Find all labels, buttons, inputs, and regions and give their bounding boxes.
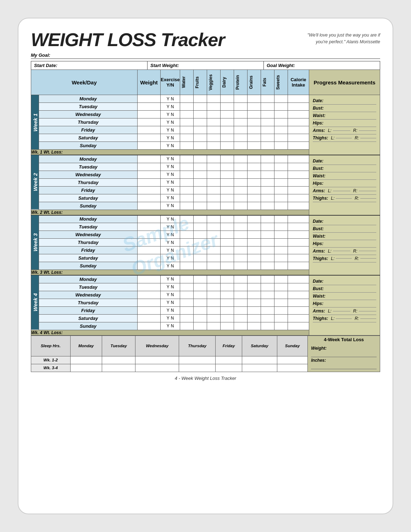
food-2-3-6[interactable] xyxy=(261,171,274,178)
weight-1-4[interactable] xyxy=(138,118,161,126)
food-4-6-1[interactable] xyxy=(194,314,207,322)
food-3-4-2[interactable] xyxy=(207,239,221,246)
weight-4-1[interactable] xyxy=(138,275,161,283)
food-4-4-0[interactable] xyxy=(180,299,194,306)
food-2-7-3[interactable] xyxy=(221,202,234,210)
food-3-7-6[interactable] xyxy=(261,262,274,270)
calorie-1-5[interactable] xyxy=(288,126,309,134)
sleep-wk12-tue[interactable] xyxy=(102,356,135,364)
food-4-5-6[interactable] xyxy=(261,306,274,314)
calorie-1-7[interactable] xyxy=(288,142,309,150)
food-4-7-5[interactable] xyxy=(248,322,261,330)
food-4-4-7[interactable] xyxy=(274,299,288,306)
weight-2-6[interactable] xyxy=(138,194,161,202)
calorie-4-4[interactable] xyxy=(288,299,309,306)
food-2-1-0[interactable] xyxy=(180,155,194,163)
food-3-1-3[interactable] xyxy=(221,215,234,223)
food-3-6-3[interactable] xyxy=(221,254,234,262)
food-2-3-0[interactable] xyxy=(180,171,194,178)
food-3-1-0[interactable] xyxy=(180,215,194,223)
food-2-5-1[interactable] xyxy=(194,186,207,194)
weight-4-2[interactable] xyxy=(138,283,161,291)
food-4-5-2[interactable] xyxy=(207,306,221,314)
food-2-4-7[interactable] xyxy=(274,178,288,186)
food-4-3-6[interactable] xyxy=(261,291,274,299)
food-1-7-1[interactable] xyxy=(194,142,207,150)
food-1-1-4[interactable] xyxy=(234,95,248,103)
weight-1-5[interactable] xyxy=(138,126,161,134)
calorie-1-1[interactable] xyxy=(288,95,309,103)
food-2-5-6[interactable] xyxy=(261,186,274,194)
food-2-7-2[interactable] xyxy=(207,202,221,210)
food-1-7-3[interactable] xyxy=(221,142,234,150)
food-4-3-1[interactable] xyxy=(194,291,207,299)
sleep-wk12-mon[interactable] xyxy=(70,356,102,364)
sleep-wk12-thu[interactable] xyxy=(179,356,216,364)
food-2-3-7[interactable] xyxy=(274,171,288,178)
food-1-1-7[interactable] xyxy=(274,95,288,103)
food-2-1-6[interactable] xyxy=(261,155,274,163)
food-2-7-6[interactable] xyxy=(261,202,274,210)
food-1-2-1[interactable] xyxy=(194,103,207,111)
food-3-2-0[interactable] xyxy=(180,223,194,231)
food-1-2-4[interactable] xyxy=(234,103,248,111)
food-2-4-5[interactable] xyxy=(248,178,261,186)
food-1-2-5[interactable] xyxy=(248,103,261,111)
food-1-1-6[interactable] xyxy=(261,95,274,103)
food-3-3-3[interactable] xyxy=(221,231,234,239)
calorie-2-3[interactable] xyxy=(288,171,309,178)
food-2-6-1[interactable] xyxy=(194,194,207,202)
weight-3-7[interactable] xyxy=(138,262,161,270)
food-3-4-4[interactable] xyxy=(234,239,248,246)
calorie-4-5[interactable] xyxy=(288,306,309,314)
food-4-5-5[interactable] xyxy=(248,306,261,314)
food-1-4-6[interactable] xyxy=(261,118,274,126)
calorie-1-4[interactable] xyxy=(288,118,309,126)
food-2-5-7[interactable] xyxy=(274,186,288,194)
food-1-6-2[interactable] xyxy=(207,134,221,142)
food-3-5-0[interactable] xyxy=(180,246,194,254)
food-2-2-4[interactable] xyxy=(234,163,248,171)
food-2-1-3[interactable] xyxy=(221,155,234,163)
food-2-5-5[interactable] xyxy=(248,186,261,194)
food-4-3-5[interactable] xyxy=(248,291,261,299)
food-4-5-3[interactable] xyxy=(221,306,234,314)
sleep-wk34-fri[interactable] xyxy=(216,364,242,372)
food-4-4-5[interactable] xyxy=(248,299,261,306)
weight-3-4[interactable] xyxy=(138,239,161,246)
calorie-2-1[interactable] xyxy=(288,155,309,163)
food-4-5-1[interactable] xyxy=(194,306,207,314)
food-4-7-2[interactable] xyxy=(207,322,221,330)
weight-1-2[interactable] xyxy=(138,103,161,111)
weight-2-1[interactable] xyxy=(138,155,161,163)
food-4-6-4[interactable] xyxy=(234,314,248,322)
food-3-7-5[interactable] xyxy=(248,262,261,270)
food-4-7-0[interactable] xyxy=(180,322,194,330)
food-4-5-4[interactable] xyxy=(234,306,248,314)
food-4-1-1[interactable] xyxy=(194,275,207,283)
food-1-5-5[interactable] xyxy=(248,126,261,134)
food-3-3-2[interactable] xyxy=(207,231,221,239)
food-3-5-2[interactable] xyxy=(207,246,221,254)
food-3-6-7[interactable] xyxy=(274,254,288,262)
food-1-4-2[interactable] xyxy=(207,118,221,126)
food-1-5-2[interactable] xyxy=(207,126,221,134)
food-3-7-3[interactable] xyxy=(221,262,234,270)
food-1-3-1[interactable] xyxy=(194,111,207,118)
food-1-5-1[interactable] xyxy=(194,126,207,134)
food-4-6-3[interactable] xyxy=(221,314,234,322)
food-1-3-6[interactable] xyxy=(261,111,274,118)
weight-1-1[interactable] xyxy=(138,95,161,103)
food-3-4-5[interactable] xyxy=(248,239,261,246)
weight-4-6[interactable] xyxy=(138,314,161,322)
food-2-2-3[interactable] xyxy=(221,163,234,171)
food-3-3-6[interactable] xyxy=(261,231,274,239)
weight-4-3[interactable] xyxy=(138,291,161,299)
food-3-1-5[interactable] xyxy=(248,215,261,223)
food-2-2-1[interactable] xyxy=(194,163,207,171)
food-1-5-7[interactable] xyxy=(274,126,288,134)
food-4-3-2[interactable] xyxy=(207,291,221,299)
weight-3-5[interactable] xyxy=(138,246,161,254)
food-2-3-2[interactable] xyxy=(207,171,221,178)
weight-2-4[interactable] xyxy=(138,178,161,186)
